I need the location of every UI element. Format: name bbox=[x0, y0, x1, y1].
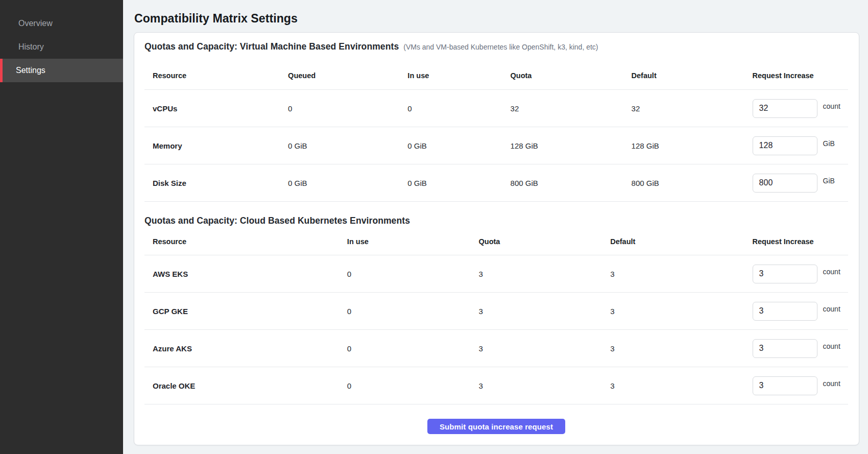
request-increase-cell: count bbox=[753, 339, 848, 358]
column-header-request-increase: Request Increase bbox=[753, 71, 848, 80]
sidebar-item-settings[interactable]: Settings bbox=[0, 59, 123, 82]
column-header-in-use: In use bbox=[347, 237, 479, 246]
default-cell: 128 GiB bbox=[632, 141, 753, 150]
quota-cell: 3 bbox=[479, 270, 611, 278]
default-cell: 32 bbox=[632, 104, 753, 113]
default-cell: 3 bbox=[610, 307, 752, 316]
resource-cell: vCPUs bbox=[144, 104, 288, 113]
quota-settings-card: Quotas and Capacity: Virtual Machine Bas… bbox=[134, 32, 859, 445]
in-use-cell: 0 bbox=[347, 270, 479, 278]
page-title: Compatibility Matrix Settings bbox=[123, 0, 868, 32]
table-row-gcp-gke: GCP GKE 0 3 3 count bbox=[144, 293, 848, 330]
table-row-aws-eks: AWS EKS 0 3 3 count bbox=[144, 255, 848, 293]
vm-quota-table: Resource Queued In use Quota Default Req… bbox=[144, 61, 848, 202]
table-row-vcpus: vCPUs 0 0 32 32 count bbox=[144, 90, 848, 127]
cloud-section-heading: Quotas and Capacity: Cloud Based Kuberne… bbox=[144, 216, 848, 228]
unit-label: count bbox=[823, 342, 840, 350]
in-use-cell: 0 bbox=[347, 381, 479, 390]
cloud-quota-table: Resource In use Quota Default Request In… bbox=[144, 228, 848, 404]
column-header-in-use: In use bbox=[407, 71, 510, 80]
default-cell: 3 bbox=[610, 344, 752, 353]
default-cell: 3 bbox=[610, 270, 752, 278]
table-row-memory: Memory 0 GiB 0 GiB 128 GiB 128 GiB GiB bbox=[144, 127, 848, 164]
request-increase-input[interactable] bbox=[753, 174, 817, 193]
column-header-quota: Quota bbox=[511, 71, 632, 80]
sidebar: Overview History Settings bbox=[0, 0, 123, 454]
vm-section-heading: Quotas and Capacity: Virtual Machine Bas… bbox=[144, 41, 848, 54]
request-increase-input[interactable] bbox=[753, 302, 817, 321]
in-use-cell: 0 GiB bbox=[407, 179, 510, 187]
queued-cell: 0 GiB bbox=[288, 141, 407, 150]
quota-cell: 3 bbox=[479, 381, 611, 390]
quota-cell: 3 bbox=[479, 307, 611, 316]
resource-cell: Oracle OKE bbox=[144, 381, 347, 390]
request-increase-input[interactable] bbox=[753, 376, 817, 395]
column-header-default: Default bbox=[610, 237, 752, 246]
request-increase-cell: GiB bbox=[753, 174, 848, 193]
default-cell: 3 bbox=[610, 381, 752, 390]
table-row-disk-size: Disk Size 0 GiB 0 GiB 800 GiB 800 GiB Gi… bbox=[144, 164, 848, 202]
queued-cell: 0 GiB bbox=[288, 179, 407, 187]
column-header-queued: Queued bbox=[288, 71, 407, 80]
cloud-section-title: Quotas and Capacity: Cloud Based Kuberne… bbox=[144, 216, 410, 226]
quota-cell: 3 bbox=[479, 344, 611, 353]
resource-cell: Azure AKS bbox=[144, 344, 347, 353]
column-header-request-increase: Request Increase bbox=[753, 237, 848, 246]
vm-section-title: Quotas and Capacity: Virtual Machine Bas… bbox=[144, 41, 399, 52]
request-increase-input[interactable] bbox=[753, 339, 817, 358]
app-root: Overview History Settings Compatibility … bbox=[0, 0, 868, 454]
vm-table-header-row: Resource Queued In use Quota Default Req… bbox=[144, 61, 848, 90]
column-header-default: Default bbox=[632, 71, 753, 80]
request-increase-cell: count bbox=[753, 99, 848, 118]
default-cell: 800 GiB bbox=[632, 179, 753, 187]
column-header-quota: Quota bbox=[479, 237, 611, 246]
vm-section-subtitle: (VMs and VM-based Kubernetes like OpenSh… bbox=[403, 43, 598, 51]
quota-cell: 800 GiB bbox=[511, 179, 632, 187]
in-use-cell: 0 bbox=[347, 307, 479, 316]
request-increase-input[interactable] bbox=[753, 265, 817, 283]
sidebar-item-overview[interactable]: Overview bbox=[0, 12, 123, 35]
column-header-resource: Resource bbox=[144, 237, 347, 246]
unit-label: count bbox=[823, 102, 840, 110]
cloud-table-header-row: Resource In use Quota Default Request In… bbox=[144, 228, 848, 255]
table-row-azure-aks: Azure AKS 0 3 3 count bbox=[144, 330, 848, 367]
request-increase-cell: GiB bbox=[753, 136, 848, 155]
in-use-cell: 0 bbox=[407, 104, 510, 113]
request-increase-cell: count bbox=[753, 302, 848, 321]
request-increase-cell: count bbox=[753, 265, 848, 283]
in-use-cell: 0 bbox=[347, 344, 479, 353]
submit-button-row: Submit quota increase request bbox=[144, 419, 848, 434]
request-increase-input[interactable] bbox=[753, 99, 817, 118]
request-increase-input[interactable] bbox=[753, 136, 817, 155]
unit-label: GiB bbox=[823, 139, 835, 148]
quota-cell: 128 GiB bbox=[511, 141, 632, 150]
sidebar-item-history[interactable]: History bbox=[0, 35, 123, 59]
queued-cell: 0 bbox=[288, 104, 407, 113]
sidebar-nav: Overview History Settings bbox=[0, 12, 123, 82]
main-content: Compatibility Matrix Settings Quotas and… bbox=[123, 0, 868, 454]
submit-quota-button[interactable]: Submit quota increase request bbox=[427, 419, 565, 434]
unit-label: count bbox=[823, 379, 840, 388]
quota-cell: 32 bbox=[511, 104, 632, 113]
unit-label: GiB bbox=[823, 177, 835, 185]
table-row-oracle-oke: Oracle OKE 0 3 3 count bbox=[144, 367, 848, 404]
in-use-cell: 0 GiB bbox=[407, 141, 510, 150]
unit-label: count bbox=[823, 305, 840, 313]
unit-label: count bbox=[823, 268, 840, 276]
column-header-resource: Resource bbox=[144, 71, 288, 80]
resource-cell: AWS EKS bbox=[144, 270, 347, 278]
request-increase-cell: count bbox=[753, 376, 848, 395]
resource-cell: Disk Size bbox=[144, 179, 288, 187]
resource-cell: GCP GKE bbox=[144, 307, 347, 316]
resource-cell: Memory bbox=[144, 141, 288, 150]
